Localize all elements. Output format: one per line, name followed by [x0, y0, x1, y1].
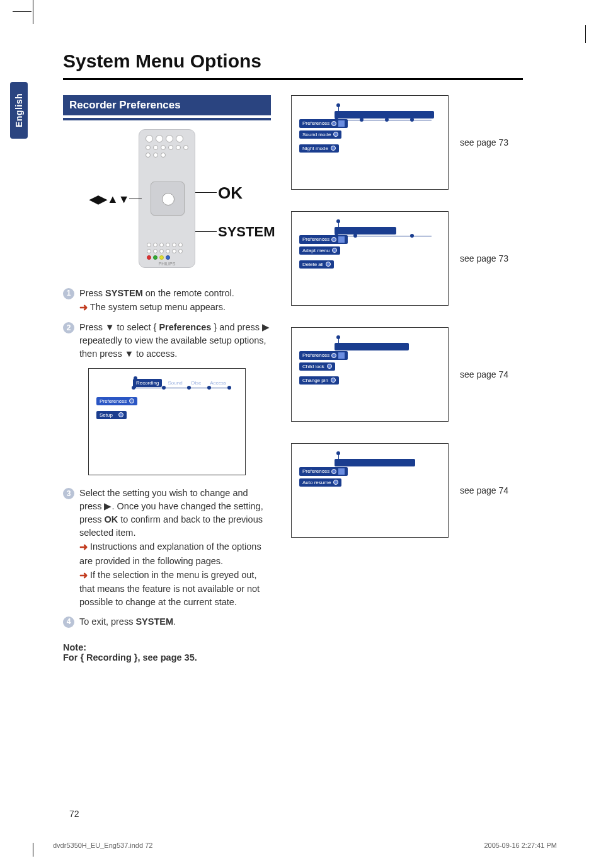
- step-text: .: [173, 616, 176, 627]
- menu-screenshot-main: Recording Sound Disc Access Preferences …: [88, 368, 246, 475]
- breadcrumb-label: Preferences: [302, 120, 329, 126]
- step-text: Press: [79, 288, 105, 298]
- remote-button-icon: [156, 135, 163, 142]
- step-result: The system setup menu appears.: [90, 302, 226, 312]
- branch-line-icon: [335, 120, 432, 120]
- menu-rows: Auto resume: [299, 475, 341, 489]
- remote-button-icon: [172, 249, 176, 253]
- callout-line-icon: [129, 199, 142, 199]
- crop-mark: [13, 11, 31, 12]
- breadcrumb-item: Preferences: [299, 235, 348, 244]
- remote-button-icon: [176, 145, 181, 150]
- breadcrumb-label: Preferences: [302, 352, 329, 358]
- remote-button-icon: [146, 153, 151, 158]
- remote-button-icon: [153, 145, 158, 150]
- branch-dot-icon: [410, 234, 414, 238]
- menu-title-label: Disc: [343, 219, 353, 225]
- menu-screenshot-access: Access Preferences Child lock Change pin: [291, 327, 449, 422]
- page-title: System Menu Options: [63, 50, 554, 72]
- manual-page: English System Menu Options Recorder Pre…: [0, 0, 601, 868]
- step-1: 1 Press SYSTEM on the remote control. ➜ …: [63, 287, 271, 315]
- step-text: Press ▼ to select {: [79, 322, 159, 332]
- note-label: Note:: [63, 642, 271, 652]
- branch-dot-icon: [410, 118, 414, 122]
- menu-row-label: Adapt menu: [302, 248, 329, 253]
- page-content: System Menu Options Recorder Preferences: [63, 50, 554, 663]
- menu-row-label: Sound mode: [302, 132, 331, 137]
- branch-dot-icon: [360, 118, 363, 122]
- menu-rows: Adapt menu Delete all: [299, 243, 340, 271]
- footer-file: dvdr5350H_EU_Eng537.indd 72: [53, 842, 152, 849]
- page-reference: see page 74: [460, 485, 508, 495]
- print-footer: dvdr5350H_EU_Eng537.indd 72 2005-09-16 2…: [53, 842, 557, 849]
- selector-knob-icon: [331, 146, 336, 151]
- menu-row: Adapt menu: [299, 246, 340, 255]
- breadcrumb-label: Preferences: [302, 468, 329, 474]
- remote-button-icon: [166, 249, 170, 253]
- step-keyword: Preferences: [159, 322, 211, 332]
- home-icon: [338, 236, 345, 243]
- home-icon: [338, 468, 345, 475]
- menu-row-features: Features Preferences Auto resume see pag…: [291, 443, 524, 538]
- menu-row-label: Setup: [100, 412, 113, 418]
- note-block: Note: For { Recording }, see page 35.: [63, 642, 271, 663]
- two-column-layout: Recorder Preferences: [63, 95, 554, 663]
- section-heading: Recorder Preferences: [63, 95, 271, 115]
- menu-row-label: Preferences: [100, 398, 127, 404]
- menu-breadcrumb: Preferences: [299, 464, 348, 476]
- menu-screenshot-disc: Disc Preferences Adapt menu: [291, 211, 449, 306]
- menu-row-disc: Disc Preferences Adapt menu: [291, 211, 524, 306]
- selector-knob-icon: [332, 248, 337, 253]
- menu-screenshot-wrap: Recording Sound Disc Access Preferences …: [88, 368, 271, 475]
- selector-knob-icon: [118, 412, 123, 417]
- branch-dot-icon: [385, 118, 389, 122]
- remote-button-icon: [146, 145, 151, 150]
- menu-tabs: Recording Sound Disc Access: [133, 379, 229, 387]
- menu-rows: Sound mode Night mode: [299, 127, 341, 155]
- step-3: 3 Select the setting you wish to change …: [63, 487, 271, 608]
- step-result: Instructions and explanation of the opti…: [79, 541, 261, 565]
- title-rule: [63, 78, 523, 80]
- remote-button-icon: [153, 249, 157, 253]
- menu-row-label: Auto resume: [302, 480, 331, 485]
- menu-title-bar: [335, 111, 434, 119]
- remote-button-icon: [159, 249, 164, 253]
- remote-button-icon: [166, 135, 173, 142]
- step-4: 4 To exit, press SYSTEM.: [63, 615, 271, 628]
- remote-button-icon: [172, 243, 176, 247]
- language-tab: English: [10, 82, 28, 139]
- ok-button-icon: [162, 193, 175, 205]
- step-text: on the remote control.: [143, 288, 234, 298]
- remote-top-buttons: [146, 135, 188, 160]
- menu-tab: Recording: [133, 379, 162, 387]
- crop-mark: [33, 843, 33, 857]
- menu-screenshot-sound: Sound Preferences Sound m: [291, 95, 449, 190]
- page-reference: see page 74: [460, 369, 508, 379]
- remote-button-icon: [159, 243, 164, 247]
- branch-line-icon: [335, 236, 432, 236]
- note-text: For { Recording }, see page 35.: [63, 652, 271, 663]
- menu-tab: Disc: [188, 379, 205, 387]
- remote-button-icon: [161, 145, 166, 150]
- selector-knob-icon: [331, 353, 336, 358]
- remote-button-icon: [166, 243, 170, 247]
- remote-button-icon: [176, 135, 183, 142]
- menu-screenshot-features: Features Preferences Auto resume: [291, 443, 449, 538]
- menu-sidebar: Preferences Setup: [96, 394, 137, 422]
- menu-row: Child lock: [299, 362, 335, 371]
- result-arrow-icon: ➜: [79, 302, 88, 313]
- menu-breadcrumb: Preferences: [299, 348, 348, 360]
- step-result: If the selection in the menu is greyed o…: [79, 570, 260, 607]
- menu-breadcrumb: Preferences: [299, 232, 348, 244]
- dpad-icon: [151, 182, 185, 216]
- selector-knob-icon: [331, 121, 336, 126]
- selector-knob-icon: [331, 378, 336, 383]
- remote-button-icon: [178, 249, 183, 253]
- menu-title-label: Sound: [343, 103, 358, 109]
- menu-row: Delete all: [299, 260, 334, 269]
- callout-line-icon: [195, 231, 217, 232]
- breadcrumb-item: Preferences: [299, 467, 348, 476]
- right-column: Sound Preferences Sound m: [291, 95, 524, 663]
- footer-time: 2005-09-16 2:27:41 PM: [484, 842, 557, 849]
- menu-row: Sound mode: [299, 130, 341, 139]
